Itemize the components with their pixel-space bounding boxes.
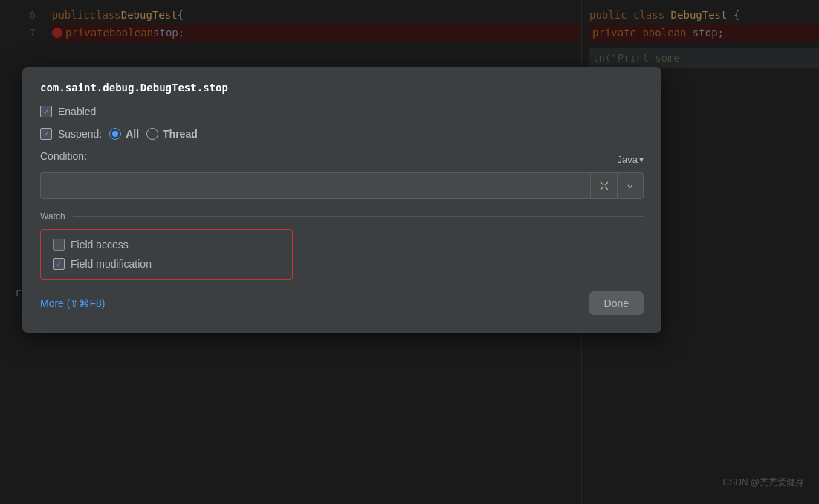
dialog-bottom: More (⇧⌘F8) Done: [40, 291, 644, 315]
suspend-label: Suspend:: [58, 128, 102, 140]
thread-radio-wrapper[interactable]: Thread: [146, 128, 198, 140]
watch-section: Watch Field access Field modification: [40, 211, 644, 280]
java-dropdown[interactable]: Java ▼: [618, 154, 644, 165]
java-label: Java: [618, 154, 638, 165]
condition-label: Condition:: [40, 150, 87, 162]
suspend-checkbox[interactable]: [40, 128, 52, 140]
thread-radio[interactable]: [146, 128, 158, 140]
field-modification-label: Field modification: [71, 258, 152, 270]
thread-label: Thread: [163, 128, 198, 140]
all-radio-wrapper[interactable]: All: [109, 128, 139, 140]
dialog-title: com.saint.debug.DebugTest.stop: [40, 82, 644, 94]
condition-input[interactable]: [40, 172, 590, 199]
all-label: All: [126, 128, 139, 140]
enabled-row: Enabled: [40, 106, 644, 117]
condition-dropdown-button[interactable]: [617, 172, 644, 199]
field-access-label: Field access: [71, 239, 129, 251]
java-dropdown-arrow: ▼: [639, 155, 644, 164]
all-radio[interactable]: [109, 128, 121, 140]
field-modification-checkbox[interactable]: [53, 258, 65, 270]
watch-box: Field access Field modification: [40, 229, 293, 280]
condition-label-row: Condition: Java ▼: [40, 150, 644, 168]
enabled-checkbox-wrapper[interactable]: Enabled: [40, 106, 96, 117]
field-access-checkbox[interactable]: [53, 239, 65, 251]
more-link[interactable]: More (⇧⌘F8): [40, 297, 105, 309]
field-access-wrapper[interactable]: Field access: [53, 239, 280, 251]
enabled-label: Enabled: [58, 106, 96, 117]
breakpoint-dialog: com.saint.debug.DebugTest.stop Enabled S…: [22, 67, 661, 333]
field-modification-wrapper[interactable]: Field modification: [53, 258, 280, 270]
suspend-checkbox-wrapper[interactable]: Suspend:: [40, 128, 102, 140]
expand-button[interactable]: [590, 172, 617, 199]
watch-header: Watch: [40, 211, 644, 222]
done-button[interactable]: Done: [589, 291, 644, 315]
suspend-row: Suspend: All Thread: [40, 128, 644, 140]
watch-title: Watch: [40, 211, 65, 222]
condition-input-row: [40, 172, 644, 199]
watch-divider: [73, 216, 644, 217]
enabled-checkbox[interactable]: [40, 106, 52, 117]
